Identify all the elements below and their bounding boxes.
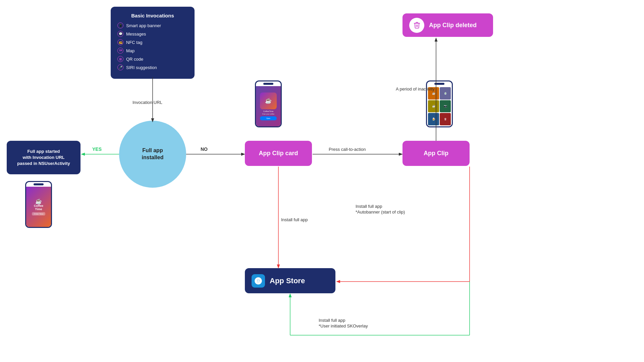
invocation-siri: 🎤 SIRI suggestion: [117, 64, 188, 70]
install-full-app-1-label: Install full app: [281, 217, 308, 222]
grid-cell-3: ☕: [428, 100, 439, 113]
phone-notch-3: [434, 83, 444, 85]
qr-icon: ▦: [117, 56, 123, 62]
nfc-label: NFC tag: [126, 40, 142, 45]
press-cta-label: Press call-to-action: [329, 147, 366, 152]
invocation-smart-app: 📱 Smart app banner: [117, 22, 188, 28]
grid-cell-4: 📷: [440, 100, 451, 113]
full-app-started-label: Full app startedwith Invocation URLpasse…: [17, 148, 70, 167]
phone-coffee-screen: ☕ CoffeeTime Order Now: [26, 187, 51, 227]
map-label: Map: [126, 48, 135, 53]
phone-notch-1: [263, 83, 273, 85]
full-app-installed-label: Full appinstalled: [142, 147, 164, 161]
nfc-icon: 📻: [117, 39, 123, 45]
full-app-started-box: Full app startedwith Invocation URLpasse…: [7, 141, 80, 174]
invocation-url-label: Invocation URL: [132, 100, 162, 105]
arrows-layer: Invocation URL NO YES Press call-to-acti…: [0, 0, 644, 362]
install-full-app-2-line2: *Autobanner (start of clip): [356, 209, 405, 215]
app-clip-card-box: App Clip card: [245, 141, 312, 166]
phone-grid-screen: ☕ 🍵 ☕ 📷 🍺 🗑: [427, 86, 452, 126]
app-clip-box: App Clip: [402, 141, 470, 166]
grid-cell-1: ☕: [428, 87, 439, 100]
grid-cell-6: 🗑: [440, 113, 451, 125]
phone-grid-mockup: ☕ 🍵 ☕ 📷 🍺 🗑: [426, 80, 453, 127]
invocation-qr: ▦ QR code: [117, 56, 188, 62]
install-full-app-3-line1: Install full app: [319, 318, 345, 323]
map-icon: 🗺: [117, 48, 123, 54]
app-clip-deleted-label: App Clip deleted: [429, 22, 477, 29]
phone-clip-card-mockup: ☕ CoffeeTime Free your coffee Open: [255, 80, 282, 127]
qr-label: QR code: [126, 57, 143, 62]
siri-label: SIRI suggestion: [126, 65, 157, 70]
messages-icon: 💬: [117, 31, 123, 37]
install-full-app-2-line1: Install full app: [356, 204, 382, 209]
smart-app-label: Smart app banner: [126, 23, 161, 28]
messages-label: Messages: [126, 32, 146, 37]
full-app-installed-circle: Full appinstalled: [119, 121, 186, 188]
invocation-nfc: 📻 NFC tag: [117, 39, 188, 45]
app-clip-deleted-box: App Clip deleted: [402, 13, 493, 37]
grid-cell-5: 🍺: [428, 113, 439, 125]
invocation-messages: 💬 Messages: [117, 31, 188, 37]
invocations-box: Basic Invocations 📱 Smart app banner 💬 M…: [111, 7, 195, 79]
no-label: NO: [201, 146, 208, 152]
svg-text:A: A: [257, 279, 260, 283]
app-store-icon: A: [252, 274, 265, 288]
smart-app-icon: 📱: [117, 22, 123, 28]
app-clip-card-label: App Clip card: [259, 150, 298, 157]
app-store-box: A App Store: [245, 268, 335, 293]
siri-icon: 🎤: [117, 64, 123, 70]
invocations-title: Basic Invocations: [117, 13, 188, 18]
invocation-map: 🗺 Map: [117, 48, 188, 54]
app-clip-label: App Clip: [424, 150, 448, 157]
grid-cell-2: 🍵: [440, 87, 451, 100]
phone-notch-2: [34, 183, 44, 185]
trash-icon: [409, 18, 424, 33]
app-store-label: App Store: [270, 277, 305, 285]
install-full-app-3-line2: *User initiated SKOverlay: [319, 323, 368, 328]
phone-clip-screen: ☕ CoffeeTime Free your coffee Open: [256, 86, 281, 126]
phone-coffee-mockup: ☕ CoffeeTime Order Now: [25, 181, 52, 228]
yes-label: YES: [92, 146, 102, 152]
